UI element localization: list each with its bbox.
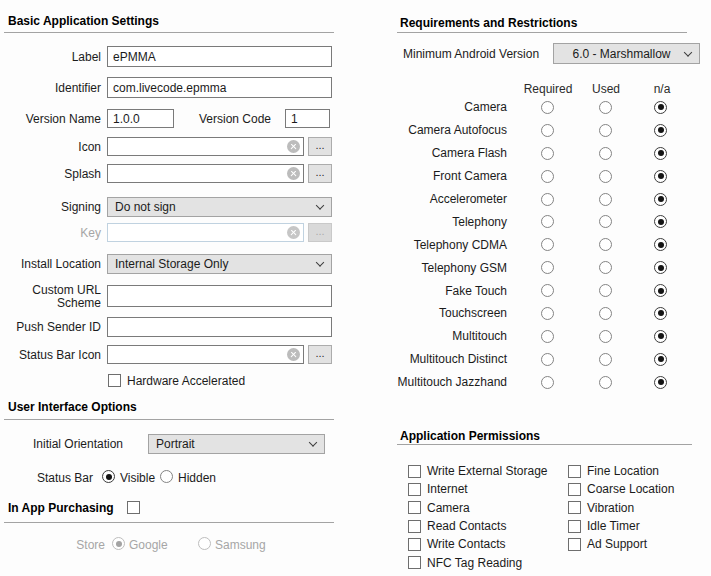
requirement-required-radio[interactable] bbox=[541, 238, 554, 251]
requirement-label: Telephony bbox=[380, 215, 507, 229]
requirement-required-radio[interactable] bbox=[541, 101, 554, 114]
identifier-input[interactable] bbox=[107, 77, 332, 98]
section-divider bbox=[4, 522, 334, 523]
permission-checkbox[interactable] bbox=[408, 483, 421, 496]
requirement-na-radio[interactable] bbox=[654, 215, 667, 228]
requirement-used-radio[interactable] bbox=[599, 261, 612, 274]
permission-checkbox[interactable] bbox=[408, 501, 421, 514]
requirement-row: Telephony CDMA bbox=[380, 233, 690, 256]
requirement-na-radio[interactable] bbox=[654, 284, 667, 297]
required-column-header: Required bbox=[517, 82, 579, 96]
permission-checkbox[interactable] bbox=[568, 465, 581, 478]
permissions-right-column: Fine Location Coarse Location Vibration … bbox=[568, 462, 674, 553]
requirement-required-radio[interactable] bbox=[541, 124, 554, 137]
version-name-input[interactable] bbox=[107, 109, 174, 128]
initial-orientation-select[interactable]: Portrait bbox=[148, 434, 325, 454]
requirement-label: Telephony CDMA bbox=[380, 238, 507, 252]
permissions-left-column: Write External Storage Internet Camera R… bbox=[408, 462, 548, 572]
requirement-required-radio[interactable] bbox=[541, 147, 554, 160]
requirement-na-radio[interactable] bbox=[654, 124, 667, 137]
section-divider bbox=[4, 32, 334, 33]
permission-checkbox[interactable] bbox=[568, 483, 581, 496]
requirement-used-radio[interactable] bbox=[599, 101, 612, 114]
requirement-used-radio[interactable] bbox=[599, 215, 612, 228]
requirement-required-radio[interactable] bbox=[541, 376, 554, 389]
initial-orientation-label: Initial Orientation bbox=[22, 437, 123, 451]
permission-checkbox[interactable] bbox=[408, 556, 421, 569]
label-input[interactable] bbox=[107, 46, 332, 67]
store-google-label: Google bbox=[129, 538, 168, 552]
status-bar-icon-input[interactable] bbox=[107, 345, 304, 364]
version-code-input[interactable] bbox=[285, 109, 330, 128]
splash-input[interactable] bbox=[107, 164, 304, 183]
requirement-na-radio[interactable] bbox=[654, 307, 667, 320]
requirement-na-radio[interactable] bbox=[654, 353, 667, 366]
requirement-row: Multitouch Jazzhand bbox=[380, 371, 690, 394]
status-bar-icon-browse-button[interactable]: ... bbox=[308, 345, 332, 364]
requirement-required-radio[interactable] bbox=[541, 284, 554, 297]
icon-clear-icon[interactable] bbox=[287, 140, 300, 153]
icon-browse-button[interactable]: ... bbox=[308, 137, 332, 156]
status-bar-hidden-radio[interactable] bbox=[160, 470, 173, 483]
requirement-required-radio[interactable] bbox=[541, 170, 554, 183]
permission-label: Coarse Location bbox=[587, 482, 674, 496]
requirement-required-radio[interactable] bbox=[541, 215, 554, 228]
requirement-na-radio[interactable] bbox=[654, 330, 667, 343]
permission-checkbox[interactable] bbox=[408, 465, 421, 478]
requirement-used-radio[interactable] bbox=[599, 147, 612, 160]
permission-checkbox[interactable] bbox=[408, 538, 421, 551]
requirement-used-radio[interactable] bbox=[599, 376, 612, 389]
requirement-required-radio[interactable] bbox=[541, 193, 554, 206]
permission-label: Internet bbox=[427, 482, 468, 496]
permission-label: Idle Timer bbox=[587, 519, 640, 533]
requirement-na-radio[interactable] bbox=[654, 147, 667, 160]
custom-url-scheme-input[interactable] bbox=[107, 285, 332, 307]
requirement-required-radio[interactable] bbox=[541, 307, 554, 320]
requirement-used-radio[interactable] bbox=[599, 330, 612, 343]
splash-clear-icon[interactable] bbox=[287, 167, 300, 180]
status-bar-visible-radio[interactable] bbox=[102, 470, 115, 483]
icon-input[interactable] bbox=[107, 137, 304, 156]
requirement-used-radio[interactable] bbox=[599, 170, 612, 183]
requirement-used-radio[interactable] bbox=[599, 307, 612, 320]
requirement-used-radio[interactable] bbox=[599, 193, 612, 206]
key-field-label: Key bbox=[0, 226, 101, 240]
requirement-na-radio[interactable] bbox=[654, 261, 667, 274]
permission-checkbox[interactable] bbox=[408, 520, 421, 533]
permission-checkbox[interactable] bbox=[568, 501, 581, 514]
signing-select[interactable]: Do not sign bbox=[107, 197, 332, 217]
permission-label: Write Contacts bbox=[427, 537, 505, 551]
splash-browse-button[interactable]: ... bbox=[308, 164, 332, 183]
permission-label: Ad Support bbox=[587, 537, 647, 551]
requirement-used-radio[interactable] bbox=[599, 238, 612, 251]
requirement-required-radio[interactable] bbox=[541, 330, 554, 343]
requirement-na-radio[interactable] bbox=[654, 170, 667, 183]
requirement-required-radio[interactable] bbox=[541, 261, 554, 274]
na-column-header: n/a bbox=[637, 82, 687, 96]
min-android-version-value: 6.0 - Marshmallow bbox=[572, 47, 670, 61]
requirement-na-radio[interactable] bbox=[654, 101, 667, 114]
permission-label: Fine Location bbox=[587, 464, 659, 478]
requirement-used-radio[interactable] bbox=[599, 353, 612, 366]
section-divider bbox=[4, 419, 334, 420]
hardware-accelerated-checkbox[interactable] bbox=[108, 374, 121, 387]
requirement-required-radio[interactable] bbox=[541, 353, 554, 366]
permission-checkbox[interactable] bbox=[568, 520, 581, 533]
signing-field-label: Signing bbox=[0, 200, 101, 214]
requirement-used-radio[interactable] bbox=[599, 124, 612, 137]
requirement-label: Camera Autofocus bbox=[380, 123, 507, 137]
chevron-down-icon bbox=[316, 258, 324, 266]
permission-checkbox[interactable] bbox=[568, 538, 581, 551]
permission-label: NFC Tag Reading bbox=[427, 556, 522, 570]
requirement-na-radio[interactable] bbox=[654, 193, 667, 206]
push-sender-id-input[interactable] bbox=[107, 317, 332, 337]
status-bar-icon-clear-icon[interactable] bbox=[287, 348, 300, 361]
in-app-purchasing-checkbox[interactable] bbox=[127, 501, 140, 514]
requirement-na-radio[interactable] bbox=[654, 376, 667, 389]
requirement-used-radio[interactable] bbox=[599, 284, 612, 297]
min-android-version-select[interactable]: 6.0 - Marshmallow bbox=[553, 43, 700, 64]
requirement-na-radio[interactable] bbox=[654, 238, 667, 251]
chevron-down-icon bbox=[309, 438, 317, 446]
install-location-select[interactable]: Internal Storage Only bbox=[107, 254, 332, 274]
in-app-purchasing-header: In App Purchasing bbox=[8, 501, 114, 515]
